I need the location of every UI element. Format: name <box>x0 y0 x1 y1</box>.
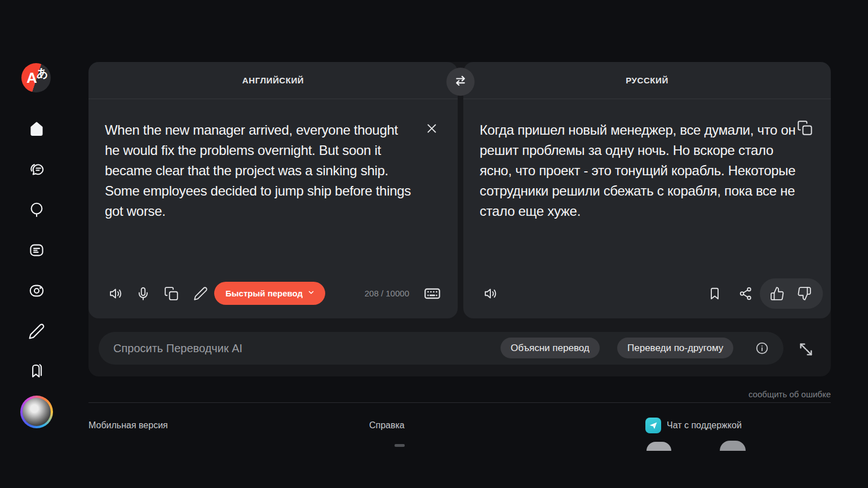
translate-differently-button[interactable]: Переведи по-другому <box>617 338 733 358</box>
pencil-icon <box>193 293 208 303</box>
char-counter: 208 / 10000 <box>365 289 409 298</box>
messenger-plane-icon <box>645 418 661 433</box>
sidebar-item-home[interactable] <box>28 121 45 137</box>
bookmark-collections-icon <box>28 371 45 381</box>
help-link[interactable]: Справка <box>369 420 405 431</box>
translation-text: Когда пришел новый менеджер, все думали,… <box>480 120 800 221</box>
sidebar-item-dialogs[interactable] <box>28 161 45 178</box>
thumbs-up-icon <box>770 293 785 303</box>
avatar-photo <box>23 398 51 426</box>
source-panel: АНГЛИЙСКИЙ When the new manager arrived,… <box>88 62 458 318</box>
bookmark-icon <box>707 293 722 303</box>
ask-translator-ai-input[interactable] <box>113 332 485 365</box>
partial-element <box>720 441 746 451</box>
speaker-icon <box>109 293 123 303</box>
source-panel-header: АНГЛИЙСКИЙ <box>88 62 458 99</box>
yandex-translate-screen: А あ АНГЛИЙСКИЙ When the new manager arri… <box>0 0 868 488</box>
info-icon <box>755 347 769 357</box>
support-chat-label: Чат с поддержкой <box>667 420 742 431</box>
sidebar-item-editor[interactable] <box>28 323 45 340</box>
partial-element <box>646 442 671 451</box>
report-error-link[interactable]: сообщить об ошибке <box>749 389 831 399</box>
share-icon <box>738 293 753 303</box>
support-chat-link[interactable]: Чат с поддержкой <box>645 418 742 433</box>
sidebar-item-collections[interactable] <box>28 362 45 379</box>
source-copy-button[interactable] <box>164 286 179 301</box>
share-button[interactable] <box>738 286 753 301</box>
explain-translation-button[interactable]: Объясни перевод <box>501 338 600 358</box>
copy-icon <box>797 128 813 137</box>
sidebar-item-text[interactable] <box>28 242 45 259</box>
swap-languages-button[interactable] <box>446 68 475 96</box>
source-listen-button[interactable] <box>109 286 123 301</box>
ai-info-button[interactable] <box>755 341 769 355</box>
sidebar-item-lens[interactable] <box>28 201 45 218</box>
rate-translation-group <box>760 278 823 309</box>
translator-logo[interactable]: А あ <box>21 63 51 92</box>
pencil-icon <box>28 332 45 341</box>
mobile-version-link[interactable]: Мобильная версия <box>88 420 168 431</box>
footer-divider <box>88 402 831 403</box>
save-to-collections-button[interactable] <box>707 286 722 301</box>
expand-arrows-icon <box>797 351 815 360</box>
logo-kana-letter: あ <box>37 65 48 81</box>
target-panel: РУССКИЙ Когда пришел новый менеджер, все… <box>463 62 831 318</box>
user-avatar[interactable] <box>20 396 53 428</box>
sidebar-item-camera[interactable] <box>28 282 45 299</box>
onscreen-keyboard-button[interactable] <box>424 285 441 302</box>
home-icon <box>28 130 45 139</box>
copy-translation-button[interactable] <box>797 120 813 136</box>
chat-bubbles-icon <box>28 170 45 180</box>
partial-element <box>395 444 405 447</box>
ai-assistant-bar: Объясни перевод Переведи по-другому <box>99 332 783 365</box>
chevron-down-icon <box>307 289 315 298</box>
translation-listen-button[interactable] <box>484 286 498 301</box>
microphone-icon <box>136 293 150 303</box>
thumbs-up-button[interactable] <box>770 286 785 301</box>
lens-icon <box>28 210 45 220</box>
quick-translate-label: Быстрый перевод <box>225 289 303 298</box>
keyboard-icon <box>424 294 441 304</box>
text-lines-icon <box>28 251 45 260</box>
close-icon <box>424 128 439 137</box>
target-panel-header: РУССКИЙ <box>463 62 831 99</box>
translate-differently-label: Переведи по-другому <box>627 343 723 354</box>
speaker-icon <box>484 293 498 303</box>
camera-lens-icon <box>28 291 45 301</box>
edit-text-button[interactable] <box>193 286 208 301</box>
voice-input-button[interactable] <box>136 286 150 301</box>
explain-translation-label: Объясни перевод <box>511 343 590 354</box>
copy-icon <box>164 293 179 303</box>
fullscreen-button[interactable] <box>797 340 815 358</box>
clear-text-button[interactable] <box>424 121 439 136</box>
source-text[interactable]: When the new manager arrived, everyone t… <box>105 120 414 221</box>
thumbs-down-icon <box>797 293 812 303</box>
swap-arrows-icon <box>453 73 468 91</box>
thumbs-down-button[interactable] <box>797 286 812 301</box>
logo-latin-letter: А <box>26 69 37 87</box>
quick-translate-button[interactable]: Быстрый перевод <box>214 282 325 305</box>
source-language-selector[interactable]: АНГЛИЙСКИЙ <box>242 76 304 85</box>
target-language-selector[interactable]: РУССКИЙ <box>626 76 668 85</box>
